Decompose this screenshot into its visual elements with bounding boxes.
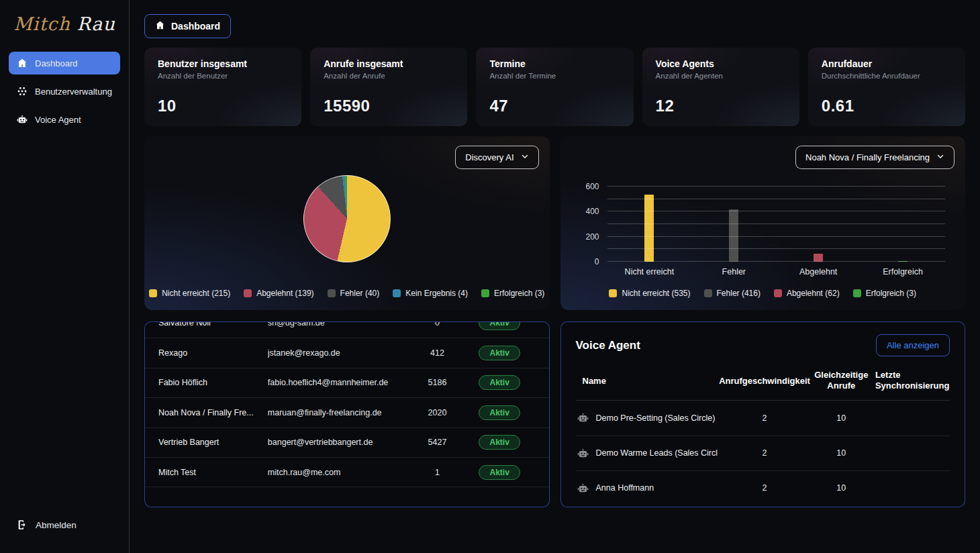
x-axis-tick-label: Erfolgreich — [861, 267, 945, 276]
user-call-count: 2020 — [411, 408, 464, 417]
robot-icon — [577, 448, 589, 459]
table-row[interactable]: Salvatore Noll sn@ug-sam.de 0 Aktiv — [145, 321, 549, 338]
user-name: Rexago — [158, 348, 268, 358]
stat-value: 47 — [489, 97, 620, 115]
bar-chart-legend: Nicht erreicht (535) Fehler (416) Abgele… — [560, 289, 966, 298]
status-cell: Aktiv — [464, 405, 536, 420]
gridline — [607, 211, 946, 211]
agent-name: Demo Warme Leads (Sales Circl... — [596, 448, 718, 458]
home-icon — [155, 20, 165, 32]
table-row[interactable]: Vertrieb Bangert bangert@vertriebbangert… — [145, 428, 549, 457]
stats-row: Benutzer insgesamt Anzahl der Benutzer 1… — [144, 48, 965, 126]
chevron-down-icon — [936, 152, 944, 162]
user-email: maruan@finally-freelancing.de — [268, 408, 411, 417]
dropdown-value: Discovery AI — [465, 152, 513, 162]
sidebar-item-label: Voice Agent — [35, 115, 81, 125]
stat-subtitle: Anzahl der Anrufe — [324, 72, 454, 80]
legend-label: Fehler (40) — [340, 289, 380, 298]
gridline — [607, 261, 946, 262]
legend-label: Erfolgreich (3) — [866, 289, 916, 298]
brand-logo-first: Mitch — [13, 13, 70, 34]
stat-subtitle: Anzahl der Benutzer — [158, 72, 288, 80]
legend-swatch — [244, 289, 252, 297]
sidebar-item-benutzerverwaltung[interactable]: Benutzerverwaltung — [9, 80, 120, 103]
status-badge: Aktiv — [479, 375, 520, 390]
table-row[interactable]: Rexago jstanek@rexago.de 412 Aktiv — [145, 338, 549, 367]
agent-speed: 2 — [718, 448, 811, 458]
agent-speed: 2 — [718, 483, 811, 493]
stat-card-termine: Termine Anzahl der Termine 47 — [476, 48, 633, 126]
user-call-count: 5427 — [411, 438, 464, 447]
pie-chart-selector-dropdown[interactable]: Discovery AI — [455, 146, 538, 169]
table-row[interactable]: KINAQ Voice Solutions welcome@atlasgeha.… — [145, 487, 549, 493]
voice-agent-table-body: Demo Pre-Setting (Sales Circle) 2 10 Dem… — [576, 401, 950, 505]
table-row[interactable]: Demo Warme Leads (Sales Circl... 2 10 — [576, 436, 950, 470]
agent-name: Anna Hoffmann — [596, 483, 654, 493]
bar-chart-selector-dropdown[interactable]: Noah Nova / Finally Freelancing — [795, 146, 954, 169]
user-email: mitch.rau@me.com — [268, 468, 411, 477]
pie-chart-legend: Nicht erreicht (215) Abgelehnt (139) Feh… — [144, 289, 550, 298]
y-axis-tick-label: 0 — [595, 257, 599, 266]
sidebar-item-voice-agent[interactable]: Voice Agent — [9, 108, 120, 131]
user-name: Noah Nova / Finally Fre... — [158, 408, 268, 417]
sidebar-item-label: Benutzerverwaltung — [35, 87, 112, 97]
bar — [644, 195, 654, 262]
status-badge: Aktiv — [479, 405, 520, 420]
legend-swatch — [853, 289, 861, 297]
stat-card-voice-agents: Voice Agents Anzahl der Agenten 12 — [642, 48, 799, 126]
gridline — [607, 186, 946, 187]
table-row[interactable]: Fabio Höflich fabio.hoeflich4@mannheimer… — [145, 368, 549, 397]
logout-button[interactable]: Abmelden — [9, 519, 85, 530]
gridline — [607, 236, 946, 237]
user-email: jstanek@rexago.de — [268, 348, 411, 358]
users-table-body: Salvatore Noll sn@ug-sam.de 0 Aktiv Rexa… — [145, 321, 549, 493]
legend-item: Abgelehnt (139) — [244, 289, 313, 298]
status-badge: Aktiv — [479, 465, 520, 480]
y-axis-tick-label: 200 — [585, 232, 599, 242]
stat-title: Anrufdauer — [822, 58, 952, 69]
users-table-scroll-area[interactable]: Salvatore Noll sn@ug-sam.de 0 Aktiv Rexa… — [145, 321, 549, 493]
legend-label: Abgelehnt (62) — [787, 289, 840, 298]
status-cell: Aktiv — [464, 346, 536, 360]
table-row[interactable]: Anna Hoffmann 2 10 — [576, 470, 950, 505]
status-cell: Aktiv — [464, 465, 536, 480]
sidebar: Mitch Rau Dashboard Benutzerverwaltung — [0, 0, 130, 553]
legend-swatch — [481, 289, 489, 297]
user-email: fabio.hoeflich4@mannheimer.de — [268, 378, 411, 387]
stat-subtitle: Anzahl der Agenten — [656, 72, 786, 80]
table-row[interactable]: Demo Pre-Setting (Sales Circle) 2 10 — [576, 401, 950, 436]
page-title-badge[interactable]: Dashboard — [144, 14, 231, 38]
table-row[interactable]: Mitch Test mitch.rau@me.com 1 Aktiv — [145, 457, 549, 487]
show-all-button[interactable]: Alle anzeigen — [876, 334, 950, 356]
gridline — [607, 248, 946, 249]
dropdown-value: Noah Nova / Finally Freelancing — [805, 152, 930, 162]
user-name: Mitch Test — [158, 468, 268, 477]
stat-title: Anrufe insgesamt — [324, 58, 454, 69]
agent-name-cell: Demo Warme Leads (Sales Circl... — [576, 448, 718, 459]
legend-item: Fehler (416) — [704, 289, 761, 298]
robot-icon — [577, 412, 589, 423]
pie-chart-card: Discovery AI Nicht erreicht (215) Abgele… — [144, 136, 550, 310]
status-badge: Aktiv — [479, 435, 520, 450]
legend-swatch — [704, 289, 712, 297]
stat-subtitle: Durchschnittliche Anrufdauer — [822, 72, 952, 80]
agent-name-cell: Anna Hoffmann — [576, 483, 718, 494]
legend-item: Kein Ergebnis (4) — [393, 289, 468, 298]
column-header-anrufgeschwindigkeit: Anrufgeschwindigkeit — [718, 376, 811, 386]
users-table-panel: Salvatore Noll sn@ug-sam.de 0 Aktiv Rexa… — [144, 321, 550, 507]
x-axis-tick-label: Abgelehnt — [776, 267, 861, 276]
stat-title: Benutzer insgesamt — [158, 58, 288, 69]
voice-agent-panel: Voice Agent Alle anzeigen Name Anrufgesc… — [560, 321, 966, 507]
legend-label: Erfolgreich (3) — [494, 289, 544, 298]
sidebar-item-dashboard[interactable]: Dashboard — [9, 52, 120, 74]
x-axis-tick-label: Nicht erreicht — [607, 267, 692, 276]
agent-concurrent-calls: 10 — [812, 448, 871, 458]
stat-card-anrufdauer: Anrufdauer Durchschnittliche Anrufdauer … — [808, 48, 965, 126]
table-row[interactable]: Noah Nova / Finally Fre... maruan@finall… — [145, 397, 549, 427]
status-cell: Aktiv — [464, 321, 536, 330]
gridline — [607, 199, 946, 199]
column-header-name: Name — [576, 376, 718, 386]
y-axis-tick-label: 600 — [585, 182, 599, 191]
robot-icon — [577, 483, 589, 494]
charts-row: Discovery AI Nicht erreicht (215) Abgele… — [144, 136, 965, 310]
